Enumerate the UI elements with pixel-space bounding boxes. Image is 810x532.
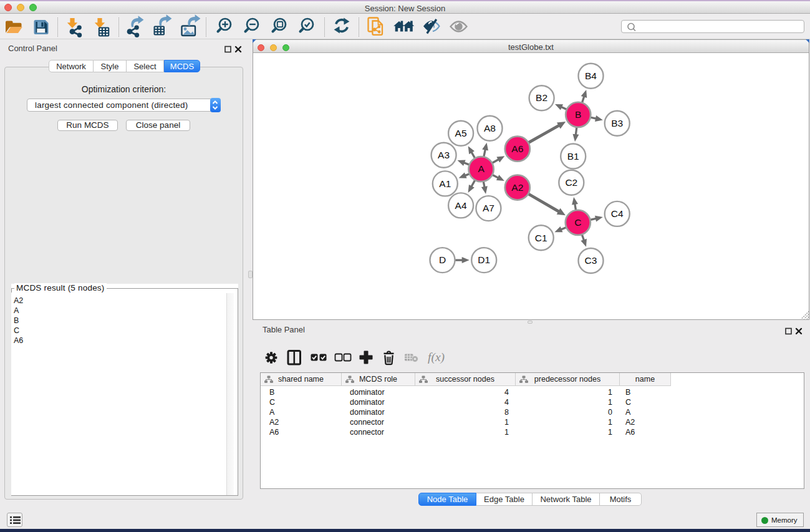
- svg-text:A7: A7: [483, 203, 494, 213]
- svg-text:A5: A5: [455, 128, 467, 138]
- svg-text:C3: C3: [585, 255, 597, 266]
- svg-text:B: B: [575, 109, 581, 120]
- svg-text:A6: A6: [511, 143, 523, 154]
- svg-text:B3: B3: [611, 118, 623, 128]
- svg-text:C1: C1: [535, 233, 547, 243]
- svg-text:A8: A8: [484, 123, 496, 133]
- svg-text:C4: C4: [611, 208, 624, 219]
- svg-text:D1: D1: [478, 254, 490, 265]
- svg-text:A1: A1: [439, 178, 451, 189]
- svg-text:C2: C2: [565, 177, 577, 188]
- svg-text:A3: A3: [438, 150, 450, 160]
- svg-text:B1: B1: [567, 151, 579, 162]
- svg-text:A2: A2: [511, 182, 523, 193]
- svg-text:D: D: [439, 254, 446, 265]
- svg-text:B4: B4: [585, 70, 597, 81]
- svg-text:A4: A4: [455, 200, 467, 211]
- svg-text:A: A: [478, 163, 485, 174]
- svg-text:B2: B2: [536, 92, 547, 103]
- svg-text:C: C: [574, 217, 581, 228]
